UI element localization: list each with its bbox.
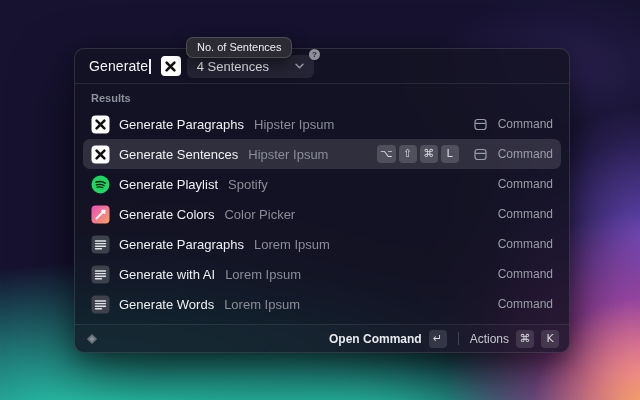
command-key: ⌘ xyxy=(516,330,534,348)
list-item[interactable]: Generate Words Lorem Ipsum Command xyxy=(83,289,561,319)
list-item[interactable]: Generate Paragraphs Hipster Ipsum Comman… xyxy=(83,109,561,139)
item-type: Command xyxy=(498,297,553,311)
item-subtitle: Lorem Ipsum xyxy=(224,297,300,312)
launcher-window: Generate 4 Sentences ? Results Generate … xyxy=(74,48,570,353)
search-bar[interactable]: Generate 4 Sentences ? xyxy=(75,49,569,84)
item-type: Command xyxy=(498,237,553,251)
footer-bar: Open Command ↵ Actions ⌘ K xyxy=(75,324,569,352)
item-title: Generate Playlist xyxy=(119,177,218,192)
actions-button[interactable]: Actions xyxy=(470,332,509,346)
shortcut-key: ⌥ xyxy=(377,145,396,163)
list-item[interactable]: Generate Paragraphs Lorem Ipsum Command xyxy=(83,229,561,259)
item-title: Generate Sentences xyxy=(119,147,238,162)
text-caret xyxy=(149,59,151,74)
footer-divider xyxy=(458,332,459,345)
item-subtitle: Hipster Ipsum xyxy=(248,147,328,162)
k-key: K xyxy=(541,330,559,348)
results-section-header: Results xyxy=(91,92,553,104)
shortcut-key: ⇧ xyxy=(399,145,417,163)
lorem-ipsum-icon xyxy=(91,265,110,284)
open-command-button[interactable]: Open Command xyxy=(329,332,422,346)
dropdown-value: 4 Sentences xyxy=(197,59,269,74)
hipster-ipsum-icon xyxy=(91,115,110,134)
item-type: Command xyxy=(498,177,553,191)
lorem-ipsum-icon xyxy=(91,295,110,314)
item-type: Command xyxy=(498,117,553,131)
list-item[interactable]: Generate Sentences Hipster Ipsum ⌥⇧⌘L Co… xyxy=(83,139,561,169)
lorem-ipsum-icon xyxy=(91,235,110,254)
item-subtitle: Color Picker xyxy=(224,207,295,222)
raycast-logo-icon xyxy=(85,332,99,346)
command-accessory-icon xyxy=(474,148,487,161)
item-title: Generate Colors xyxy=(119,207,214,222)
item-shortcut: ⌥⇧⌘L xyxy=(377,145,459,163)
list-item[interactable]: Generate Colors Color Picker Command xyxy=(83,199,561,229)
item-title: Generate Words xyxy=(119,297,214,312)
hipster-ipsum-extension-icon xyxy=(161,56,181,76)
chevron-down-icon xyxy=(295,63,304,69)
item-title: Generate Paragraphs xyxy=(119,237,244,252)
item-subtitle: Spotify xyxy=(228,177,268,192)
item-type: Command xyxy=(498,207,553,221)
item-title: Generate Paragraphs xyxy=(119,117,244,132)
hipster-ipsum-icon xyxy=(91,145,110,164)
color-picker-icon xyxy=(91,205,110,224)
item-title: Generate with AI xyxy=(119,267,215,282)
item-type: Command xyxy=(498,147,553,161)
item-subtitle: Lorem Ipsum xyxy=(225,267,301,282)
command-accessory-icon xyxy=(474,118,487,131)
shortcut-key: L xyxy=(441,145,459,163)
enter-key: ↵ xyxy=(429,330,447,348)
item-subtitle: Lorem Ipsum xyxy=(254,237,330,252)
list-item[interactable]: Generate Playlist Spotify Command xyxy=(83,169,561,199)
results-list: Generate Paragraphs Hipster Ipsum Comman… xyxy=(75,109,569,324)
help-badge-icon: ? xyxy=(309,49,320,60)
search-input[interactable]: Generate xyxy=(89,58,148,74)
item-subtitle: Hipster Ipsum xyxy=(254,117,334,132)
shortcut-key: ⌘ xyxy=(420,145,438,163)
tooltip: No. of Sentences xyxy=(186,37,292,58)
spotify-icon xyxy=(91,175,110,194)
item-type: Command xyxy=(498,267,553,281)
list-item[interactable]: Generate with AI Lorem Ipsum Command xyxy=(83,259,561,289)
